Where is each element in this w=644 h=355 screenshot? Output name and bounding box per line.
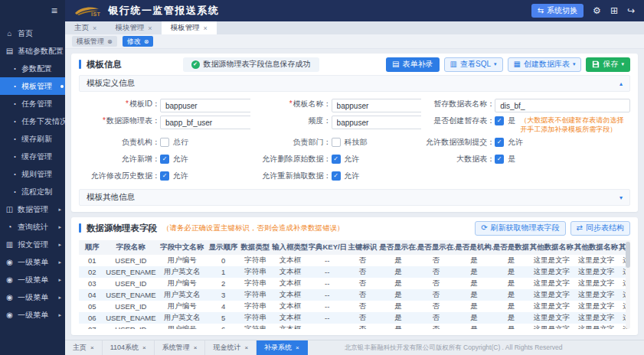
table-cell: 字符串 <box>239 324 272 329</box>
section-other-info[interactable]: 模板其他信息 ▾ <box>79 189 630 206</box>
close-icon[interactable]: × <box>194 344 198 351</box>
bullet-icon: • <box>12 101 18 106</box>
sidebar-item-label: 任务下发情况 <box>21 116 67 127</box>
table-row[interactable]: 06USER_ENAME用户英文名5字符串文本框--否是否是是这里是文字这里是文… <box>79 312 630 324</box>
sidebar-item[interactable]: ▥报文管理▸ <box>0 236 65 253</box>
section-definition-info[interactable]: 模板定义信息 ▴ <box>79 75 630 92</box>
sidebar-item[interactable]: •参数配置 <box>0 60 65 77</box>
close-icon[interactable]: × <box>93 24 96 32</box>
sidebar-item[interactable]: ◉一级菜单▸ <box>0 253 65 271</box>
table-cell: 2 <box>208 278 239 289</box>
breadcrumb-chip[interactable]: 模板管理⊗ <box>72 36 117 47</box>
checkbox[interactable]: ✓ <box>332 171 341 181</box>
sidebar-item[interactable]: ◔查询统计▸ <box>0 218 65 236</box>
sidebar-item[interactable]: ◫数据管理▸ <box>0 200 65 218</box>
checkbox[interactable] <box>160 138 169 147</box>
sidebar-item[interactable]: ▤基础参数配置▾ <box>0 42 65 60</box>
system-switch-button[interactable]: ⇆ 系统切换 <box>531 4 584 18</box>
checkbox[interactable]: ✓ <box>332 155 341 164</box>
field-input[interactable] <box>332 116 422 129</box>
bottom-tab[interactable]: 现金统计× <box>205 340 257 355</box>
sidebar-item[interactable]: •任务下发情况 <box>0 112 65 130</box>
view-sql-button[interactable]: ▥ 查看SQL ▾ <box>444 57 503 72</box>
checkbox[interactable]: ✓ <box>160 155 169 164</box>
workspace-tab[interactable]: 模板管理× <box>162 21 217 34</box>
save-button[interactable]: 保存 ▾ <box>586 57 630 72</box>
table-cell: USER_ENAME <box>105 312 156 324</box>
table-cell: USER_ID <box>105 324 156 329</box>
close-circle-icon[interactable]: ⊗ <box>107 38 113 45</box>
bottom-tab[interactable]: 系统管理× <box>155 340 206 355</box>
checkbox[interactable]: ✓ <box>160 171 169 181</box>
field-input[interactable] <box>495 99 630 112</box>
bullet-icon: • <box>12 83 18 89</box>
table-cell: 是 <box>379 324 417 329</box>
sidebar-item[interactable]: •模板管理 <box>0 77 65 95</box>
chip-label: 修改 <box>127 37 141 47</box>
field-input[interactable] <box>160 116 250 129</box>
table-cell: 用户编号 <box>156 301 208 312</box>
table-row[interactable]: 05USER_ID用户编号4字符串文本框--否是否是是这里是文字这里是文字这里是… <box>79 301 630 312</box>
table-cell: 这里是文字 <box>529 255 574 266</box>
sidebar-item-label: 缓存管理 <box>21 151 52 162</box>
checkbox[interactable]: ✓ <box>495 138 504 147</box>
scrollbar-thumb[interactable] <box>626 242 630 268</box>
bottom-tab[interactable]: 1104系统× <box>103 340 155 355</box>
table-row[interactable]: 07USER_ID用户编号6字符串文本框--否是否是是这里是文字这里是文字这里是… <box>79 324 630 329</box>
sidebar-item[interactable]: •缓存刷新 <box>0 130 65 148</box>
gear-icon[interactable]: ⚙ <box>593 6 601 15</box>
bottom-tab[interactable]: 主页× <box>65 340 103 355</box>
sidebar-header: ≡ <box>0 0 65 21</box>
breadcrumb-chip[interactable]: 修改⊗ <box>123 36 154 47</box>
table-cell: 是 <box>379 289 417 301</box>
collapse-down-icon[interactable]: ▾ <box>619 194 623 201</box>
table-row[interactable]: 03USER_ID用户编号2字符串文本框--否是否是是这里是文字这里是文字这里是… <box>79 278 630 289</box>
checkbox[interactable] <box>332 138 341 147</box>
sidebar-item[interactable]: •任务管理 <box>0 95 65 112</box>
tab-label: 1104系统 <box>110 343 139 353</box>
logout-icon[interactable]: ↪ <box>627 6 635 15</box>
table-cell: 04 <box>79 289 105 301</box>
sidebar-item[interactable]: •规则管理 <box>0 165 65 183</box>
form-entry-button[interactable]: ▤ 表单补录 <box>386 57 439 72</box>
workspace-tab[interactable]: 模块管理× <box>106 21 161 34</box>
close-icon[interactable]: × <box>244 344 248 351</box>
sidebar-item-label: 任务管理 <box>21 99 52 109</box>
column-header: 是否是数据... <box>493 240 529 255</box>
sidebar-collapse-icon[interactable]: ≡ <box>51 5 57 16</box>
table-row[interactable]: 02USER_ENAME用户英文名1字符串文本框--否是否是是这里是文字这里是文… <box>79 266 630 278</box>
close-icon[interactable]: × <box>90 344 94 351</box>
sidebar-item-label: 模板管理 <box>21 81 52 92</box>
close-icon[interactable]: × <box>296 344 299 351</box>
checkbox[interactable]: ✓ <box>495 155 504 164</box>
create-table-button[interactable]: ▦ 创建数据库表 ▾ <box>508 57 582 72</box>
close-circle-icon[interactable]: ⊗ <box>144 38 149 45</box>
field-input[interactable] <box>332 99 422 112</box>
logo-text: IST <box>91 11 100 17</box>
workspace-tab[interactable]: 主页× <box>65 21 106 34</box>
close-icon[interactable]: × <box>204 24 208 32</box>
field-label: *模板ID： <box>79 99 160 109</box>
refresh-fields-button[interactable]: ⟳ 刷新获取物理表字段 <box>475 221 565 236</box>
sidebar-item[interactable]: ◉一级菜单▸ <box>0 271 65 288</box>
close-icon[interactable]: × <box>142 344 146 351</box>
fullscreen-icon[interactable]: ⊞ <box>610 6 618 15</box>
table-cell: 这里是文字 <box>529 278 574 289</box>
sidebar-item[interactable]: ⌂首页 <box>0 24 65 42</box>
sidebar-item[interactable]: •流程定制 <box>0 183 65 200</box>
sync-structure-button[interactable]: ⇄ 同步表结构 <box>570 221 630 236</box>
collapse-up-icon[interactable]: ▴ <box>619 80 623 87</box>
sidebar-item[interactable]: ◉一级菜单▸ <box>0 288 65 306</box>
breadcrumb: 模板管理⊗修改⊗ <box>65 34 644 49</box>
field-input[interactable] <box>160 99 250 112</box>
workspace-tabs: 主页×模块管理×模板管理× <box>65 21 644 34</box>
table-cell: 是 <box>493 266 529 278</box>
sidebar-item[interactable]: •缓存管理 <box>0 148 65 165</box>
table-row[interactable]: 04USER_ENAME用户英文名3字符串文本框--否是否是是这里是文字这里是文… <box>79 289 630 301</box>
close-icon[interactable]: × <box>148 24 152 32</box>
table-cell: 02 <box>79 266 105 278</box>
bottom-tab[interactable]: 补录系统× <box>257 340 308 355</box>
sidebar-item[interactable]: ◉一级菜单▸ <box>0 306 65 324</box>
checkbox[interactable]: ✓ <box>495 116 504 125</box>
table-row[interactable]: 01USER_ID用户编号0字符串文本框--否是否是是这里是文字这里是文字这里是… <box>79 255 630 266</box>
